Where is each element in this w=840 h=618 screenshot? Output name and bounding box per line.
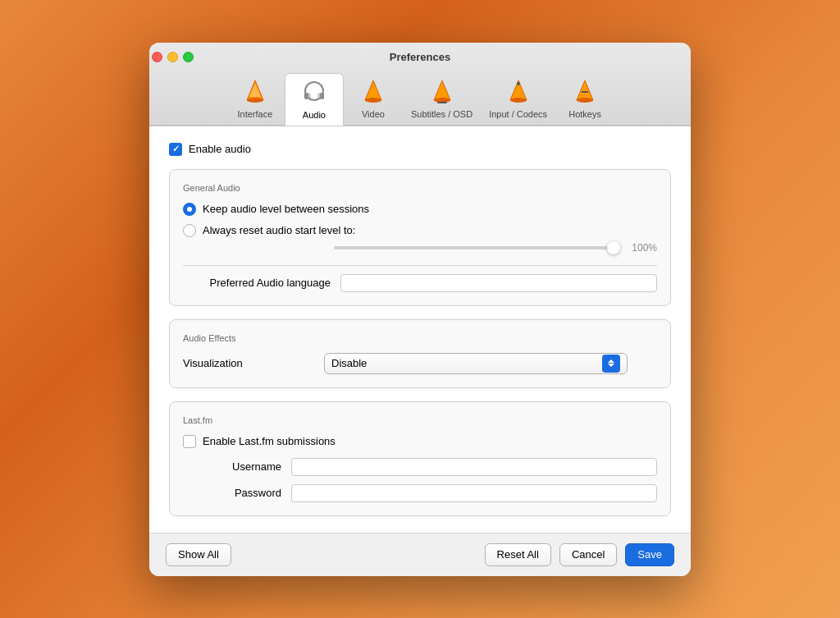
visualization-value: Disable [331,357,367,369]
tab-audio-label: Audio [303,110,326,120]
visualization-row: Visualization Disable [183,353,657,374]
audio-effects-section: Audio Effects Visualization Disable [169,319,671,388]
titlebar: Preferences Interface [149,43,691,126]
footer-left: Show All [166,543,485,566]
lastfm-section: Last.fm Enable Last.fm submissions Usern… [169,401,671,516]
close-button[interactable] [152,52,162,62]
reset-level-label: Always reset audio start level to: [203,224,355,236]
svg-point-1 [247,98,263,103]
arrow-up-icon [608,359,614,363]
reset-level-row: Always reset audio start level to: [183,224,657,237]
subtitles-icon [427,76,458,108]
username-row: Username [183,458,657,476]
enable-audio-row: Enable audio [169,143,671,156]
save-button[interactable]: Save [625,543,674,566]
titlebar-top: Preferences [159,51,681,63]
general-audio-title: General Audio [183,183,657,193]
audio-effects-title: Audio Effects [183,333,657,343]
dropdown-arrows-icon [602,355,620,373]
svg-point-7 [317,93,322,99]
video-icon [358,76,389,108]
interface-icon [240,76,271,108]
language-input[interactable] [340,274,657,292]
tab-interface-label: Interface [238,109,273,119]
volume-slider-value: 100% [628,242,657,254]
window-title: Preferences [159,51,681,63]
volume-slider-fill [334,246,620,249]
input-icon [503,76,534,108]
svg-rect-12 [437,102,447,103]
visualization-label: Visualization [183,357,314,369]
svg-marker-10 [434,80,450,100]
lastfm-enable-checkbox[interactable] [183,435,196,448]
svg-point-15 [517,82,520,85]
volume-slider-thumb[interactable] [607,241,620,254]
password-label: Password [183,487,281,499]
svg-marker-16 [577,80,593,100]
traffic-lights [152,52,194,62]
lastfm-title: Last.fm [183,415,657,425]
reset-level-radio[interactable] [183,224,196,237]
minimize-button[interactable] [167,52,178,62]
svg-marker-8 [365,80,381,100]
tab-hotkeys[interactable]: Hotkeys [555,73,614,125]
password-row: Password [183,484,657,502]
arrow-down-icon [608,364,614,367]
tab-video-label: Video [362,109,385,119]
cancel-button[interactable]: Cancel [559,543,617,566]
tab-video[interactable]: Video [344,73,403,125]
reset-all-button[interactable]: Reset All [485,543,551,566]
visualization-dropdown[interactable]: Disable [324,353,628,374]
keep-level-row: Keep audio level between sessions [183,203,657,216]
language-row: Preferred Audio language [183,274,657,292]
svg-point-14 [510,98,527,103]
audio-icon [299,77,330,108]
keep-level-label: Keep audio level between sessions [203,203,369,215]
tab-hotkeys-label: Hotkeys [568,109,601,119]
footer: Show All Reset All Cancel Save [149,533,691,576]
keep-level-radio[interactable] [183,203,196,216]
footer-right: Reset All Cancel Save [485,543,674,566]
svg-point-17 [577,98,593,103]
language-label: Preferred Audio language [183,277,331,289]
enable-audio-label: Enable audio [189,143,251,155]
maximize-button[interactable] [183,52,194,62]
tab-audio[interactable]: Audio [285,73,344,126]
preferences-window: Preferences Interface [149,43,691,576]
general-audio-section: General Audio Keep audio level between s… [169,169,671,306]
svg-point-6 [306,93,311,99]
username-input[interactable] [291,458,657,476]
svg-point-9 [365,98,381,103]
volume-slider-track[interactable] [334,246,620,249]
hotkeys-icon [569,76,600,108]
volume-slider-row: 100% [203,242,657,254]
toolbar: Interface Audio [219,70,621,125]
tab-input-label: Input / Codecs [489,109,547,119]
username-label: Username [183,460,281,473]
content-area: Enable audio General Audio Keep audio le… [149,126,691,533]
tab-subtitles-label: Subtitles / OSD [411,109,472,119]
general-audio-divider [183,265,657,266]
lastfm-enable-label: Enable Last.fm submissions [203,435,336,447]
tab-subtitles[interactable]: Subtitles / OSD [403,73,481,125]
tab-input[interactable]: Input / Codecs [481,73,555,125]
show-all-button[interactable]: Show All [166,543,231,566]
enable-audio-checkbox[interactable] [169,143,182,156]
lastfm-enable-row: Enable Last.fm submissions [183,435,657,448]
password-input[interactable] [291,484,657,502]
tab-interface[interactable]: Interface [226,73,285,125]
